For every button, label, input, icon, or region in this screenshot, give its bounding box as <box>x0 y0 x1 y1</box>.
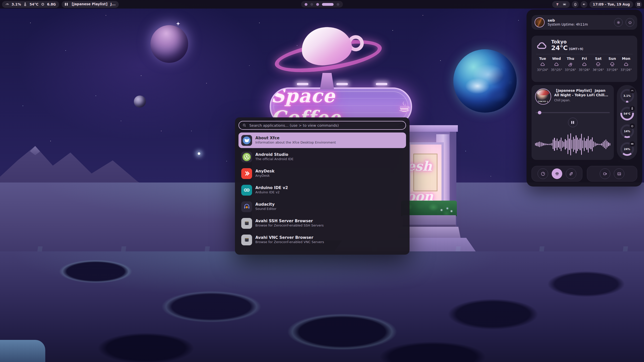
wallpaper-image-icon[interactable] <box>562 2 567 6</box>
workspace-dot-1[interactable] <box>305 3 307 6</box>
progress-bar[interactable] <box>536 112 610 113</box>
cloudy-icon <box>582 62 587 67</box>
tray-pill <box>552 1 570 8</box>
notifications-button[interactable] <box>572 1 579 8</box>
speedometer-icon <box>5 2 9 6</box>
workspace-dot-4-active[interactable] <box>322 3 334 6</box>
system-stats-pill: 3.1% 54°C 6.8G <box>2 1 59 8</box>
weather-temp: 24°C <box>551 44 568 52</box>
forecast-day: Sun 33°/26° <box>606 57 619 72</box>
launcher-item-audacity[interactable]: Audacity Sound Editor <box>238 199 406 214</box>
system-gauges: 3.1% 54°C 14% 24% <box>617 85 637 160</box>
desktop-screen: esh oon ans Space Coffee ☕ 3.1% 54°C <box>0 0 644 362</box>
network-port-icon <box>241 235 252 245</box>
cloudy-icon <box>623 62 629 67</box>
uptime-label: System Uptime: 4h11m <box>548 22 611 26</box>
power-icon <box>628 20 632 25</box>
pause-icon <box>65 3 68 6</box>
launcher-item-arduino-ide[interactable]: Arduino IDE v2 Arduino IDE v2 <box>238 182 406 198</box>
weather-widget: Tokyo 24°C(GMT+9) Tue 33°/24° Wed 35°/25… <box>532 36 637 82</box>
track-title: 【Japanese Playlist】 Japan All Night - To… <box>554 88 610 97</box>
arduino-icon <box>241 185 252 196</box>
window-neon-text: esh <box>408 160 432 173</box>
weather-city: Tokyo <box>551 39 583 45</box>
avatar[interactable] <box>535 17 545 27</box>
grid-icon <box>637 2 641 6</box>
android-studio-icon <box>241 152 252 162</box>
purple-planet <box>150 25 188 63</box>
memory-stat: 6.8G <box>47 2 56 6</box>
launcher-item-anydesk[interactable]: AnyDesk AnyDesk <box>238 166 406 181</box>
launcher-item-avahi-ssh[interactable]: Avahi SSH Server Browser Browse for Zero… <box>238 215 406 231</box>
launcher-item-about-xfce[interactable]: About Xfce Information about the Xfce De… <box>238 132 406 148</box>
sign-lights <box>297 83 387 85</box>
progress-knob[interactable] <box>538 111 541 114</box>
cpu-temp-stat: 54°C <box>29 2 38 6</box>
shop-planter <box>403 215 456 227</box>
app-launcher: About Xfce Information about the Xfce De… <box>235 117 410 255</box>
forecast-day: Fri 35°/26° <box>578 57 591 72</box>
media-pill-label: 【Japanese Playlist】 J... <box>70 2 115 7</box>
audio-visualizer <box>534 132 611 156</box>
thermometer-icon <box>23 2 27 6</box>
cloudy-icon <box>540 62 545 67</box>
power-button[interactable] <box>626 18 634 27</box>
launcher-item-android-studio[interactable]: Android Studio The official Android IDE <box>238 149 406 165</box>
forecast-day: Mon 33°/26° <box>620 57 633 72</box>
top-bar: 3.1% 54°C 6.8G 【Japanese Playlist】 J... <box>0 0 644 9</box>
pause-button[interactable] <box>568 118 578 127</box>
chip-icon <box>41 2 45 6</box>
pet-cat-icon[interactable] <box>555 2 559 6</box>
media-player-widget: TOKYO L 【Japanese Playlist】 Japan All Ni… <box>532 85 614 160</box>
moon-ground-foreground <box>0 251 644 362</box>
speedometer-icon <box>630 88 635 93</box>
small-moon <box>134 96 146 108</box>
performance-mode-button[interactable] <box>538 168 548 179</box>
user-card: seb System Uptime: 4h11m <box>532 15 637 30</box>
cpu-usage-stat: 3.1% <box>12 2 21 6</box>
cpu-usage-gauge: 3.1% <box>620 89 634 103</box>
volume-button[interactable] <box>581 1 587 8</box>
earth-planet <box>453 49 517 113</box>
picture-icon <box>617 171 622 176</box>
screen-record-button[interactable] <box>600 168 610 179</box>
clock-pill[interactable]: 17:09 - Tue, 19 Aug <box>589 1 633 8</box>
app-title: About Xfce <box>255 136 336 141</box>
dock-group-right <box>587 166 637 182</box>
memory-gauge: 14% <box>620 124 634 138</box>
username: seb <box>548 18 611 22</box>
search-input[interactable] <box>249 123 402 128</box>
album-art: TOKYO L <box>535 88 551 105</box>
album-art-text: TOKYO L <box>536 101 551 103</box>
screenshot-button[interactable] <box>614 168 624 179</box>
bright-star <box>198 152 200 155</box>
workspace-dot-2[interactable] <box>310 3 313 6</box>
speedometer-icon <box>541 171 545 176</box>
disk-gauge: 24% <box>620 142 634 156</box>
anydesk-icon <box>241 168 252 179</box>
scales-icon <box>555 171 559 176</box>
storm-icon <box>610 62 615 67</box>
forecast-day: Tue 33°/24° <box>536 57 549 72</box>
settings-button[interactable] <box>614 18 623 27</box>
overview-button[interactable] <box>635 1 642 8</box>
dock-group-left <box>532 166 582 182</box>
balanced-mode-button[interactable] <box>552 168 562 179</box>
workspace-dot-3[interactable] <box>316 3 319 6</box>
cloudy-icon <box>554 62 559 67</box>
xfce-app-icon <box>241 135 252 146</box>
weather-timezone: (GMT+9) <box>569 47 583 51</box>
gear-icon <box>616 20 621 25</box>
video-camera-icon <box>603 171 608 176</box>
widget-panel: seb System Uptime: 4h11m Tokyo 24°C(GMT+… <box>527 10 642 187</box>
eco-mode-button[interactable] <box>566 168 576 179</box>
network-port-icon <box>241 218 252 229</box>
search-bar[interactable] <box>238 121 406 130</box>
launcher-item-avahi-vnc[interactable]: Avahi VNC Server Browser Browse for Zero… <box>238 232 406 248</box>
media-pill[interactable]: 【Japanese Playlist】 J... <box>62 1 119 8</box>
foreground-rock <box>0 340 45 362</box>
track-artist: Chill Japan. <box>554 99 610 102</box>
search-icon <box>242 123 247 127</box>
neon-cup-icon: ☕ <box>398 99 411 115</box>
workspace-dot-5[interactable] <box>337 3 339 6</box>
